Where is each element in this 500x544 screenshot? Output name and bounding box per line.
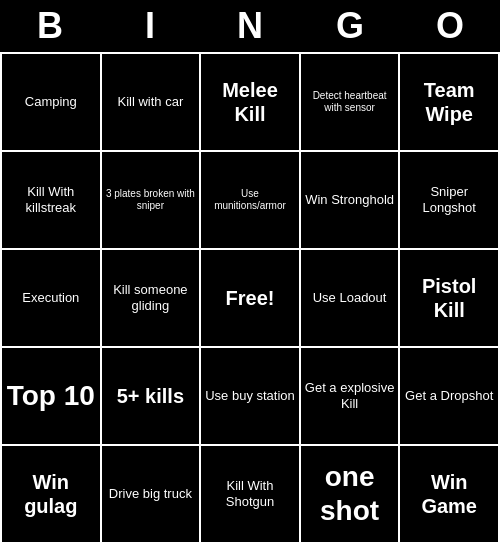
- bingo-cell-13[interactable]: Use Loadout: [301, 250, 401, 348]
- header-letter: N: [200, 5, 300, 47]
- bingo-cell-18[interactable]: Get a explosive Kill: [301, 348, 401, 446]
- bingo-cell-21[interactable]: Drive big truck: [102, 446, 202, 544]
- bingo-cell-7[interactable]: Use munitions/armor: [201, 152, 301, 250]
- bingo-cell-8[interactable]: Win Stronghold: [301, 152, 401, 250]
- bingo-cell-17[interactable]: Use buy station: [201, 348, 301, 446]
- bingo-grid: CampingKill with carMelee KillDetect hea…: [0, 52, 500, 544]
- bingo-cell-15[interactable]: Top 10: [2, 348, 102, 446]
- bingo-cell-6[interactable]: 3 plates broken with sniper: [102, 152, 202, 250]
- bingo-cell-20[interactable]: Win gulag: [2, 446, 102, 544]
- bingo-cell-11[interactable]: Kill someone gliding: [102, 250, 202, 348]
- bingo-cell-23[interactable]: one shot: [301, 446, 401, 544]
- bingo-header: BINGO: [0, 0, 500, 52]
- header-letter: I: [100, 5, 200, 47]
- header-letter: B: [0, 5, 100, 47]
- bingo-cell-4[interactable]: Team Wipe: [400, 54, 500, 152]
- bingo-cell-9[interactable]: Sniper Longshot: [400, 152, 500, 250]
- bingo-cell-19[interactable]: Get a Dropshot: [400, 348, 500, 446]
- bingo-cell-3[interactable]: Detect heartbeat with sensor: [301, 54, 401, 152]
- bingo-cell-10[interactable]: Execution: [2, 250, 102, 348]
- bingo-cell-5[interactable]: Kill With killstreak: [2, 152, 102, 250]
- bingo-cell-2[interactable]: Melee Kill: [201, 54, 301, 152]
- bingo-cell-16[interactable]: 5+ kills: [102, 348, 202, 446]
- bingo-cell-14[interactable]: Pistol Kill: [400, 250, 500, 348]
- bingo-cell-0[interactable]: Camping: [2, 54, 102, 152]
- bingo-cell-24[interactable]: Win Game: [400, 446, 500, 544]
- bingo-cell-12[interactable]: Free!: [201, 250, 301, 348]
- header-letter: O: [400, 5, 500, 47]
- header-letter: G: [300, 5, 400, 47]
- bingo-cell-22[interactable]: Kill With Shotgun: [201, 446, 301, 544]
- bingo-cell-1[interactable]: Kill with car: [102, 54, 202, 152]
